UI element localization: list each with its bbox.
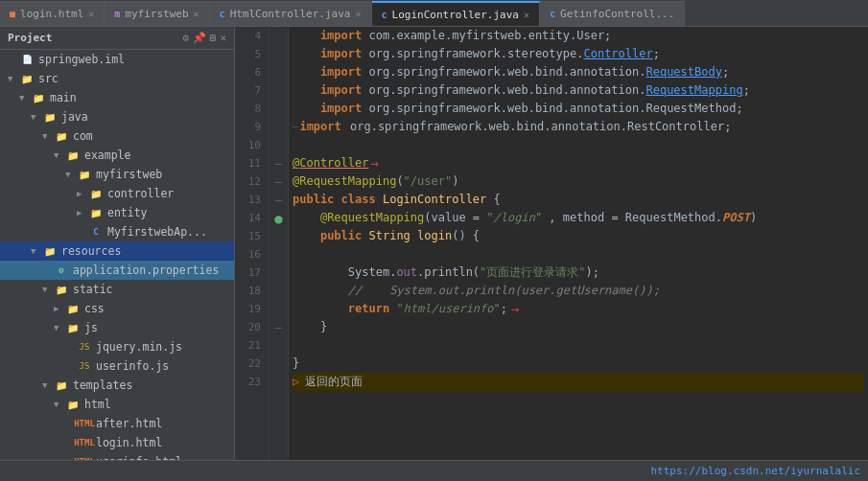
gutter-line: ● xyxy=(270,209,288,227)
string-italic: html/userinfo xyxy=(404,300,494,318)
tree-item-entity[interactable]: ▶ 📁 entity xyxy=(0,203,234,222)
gutter-line xyxy=(270,373,288,391)
gutter-fold[interactable]: — xyxy=(270,191,288,209)
tab-label: myfirstweb xyxy=(125,8,188,20)
tab-bar: ■ login.html ✕ m myfirstweb ✕ c HtmlCont… xyxy=(0,0,868,27)
tree-label: entity xyxy=(107,206,148,219)
tree-item-springweb-iml[interactable]: 📄 springweb.iml xyxy=(0,50,234,69)
tree-arrow: ▶ xyxy=(54,304,65,313)
gutter-line xyxy=(270,63,288,81)
html-file-icon: HTML xyxy=(77,417,92,430)
tree-item-myfirstwebapp[interactable]: C MyfirstwebAp... xyxy=(0,222,234,241)
code-text: org.springframework.web.bind.annotation.… xyxy=(368,100,742,118)
folder-icon: 📁 xyxy=(54,378,69,392)
tab-logincontroller[interactable]: c LoginController.java ✕ xyxy=(372,1,541,26)
html-icon: ■ xyxy=(10,9,15,19)
status-bar: https://blog.csdn.net/iyurnalalic xyxy=(0,460,868,481)
code-area[interactable]: 4 5 6 7 8 9 10 11 12 13 14 15 16 17 18 1… xyxy=(235,27,868,460)
keyword: import xyxy=(293,100,368,118)
tab-login-html[interactable]: ■ login.html ✕ xyxy=(0,1,105,26)
code-text: (value = xyxy=(424,209,486,227)
tree-item-jquery[interactable]: JS jquery.min.js xyxy=(0,337,234,356)
code-text: { xyxy=(494,191,501,209)
code-editor: 4 5 6 7 8 9 10 11 12 13 14 15 16 17 18 1… xyxy=(235,27,868,460)
code-text: } xyxy=(293,355,299,373)
tab-close-icon[interactable]: ✕ xyxy=(88,9,94,19)
tree-item-main[interactable]: ▼ 📁 main xyxy=(0,88,234,107)
code-text xyxy=(293,209,320,227)
code-text: org.springframework.web.bind.annotation. xyxy=(368,81,645,100)
pin-icon[interactable]: 📌 xyxy=(193,32,206,44)
code-content[interactable]: import com.example.myfirstweb.entity .Us… xyxy=(289,27,868,460)
tree-item-html-folder[interactable]: ▼ 📁 html xyxy=(0,395,234,414)
tree-item-application-properties[interactable]: ⚙ application.properties xyxy=(0,261,234,280)
code-line-23: ▷ 返回的页面 xyxy=(293,373,864,391)
code-line-8: import org.springframework.web.bind.anno… xyxy=(293,100,864,118)
gutter-fold[interactable]: — xyxy=(270,318,288,336)
fold-icon[interactable]: — xyxy=(293,118,297,136)
file-tree: 📄 springweb.iml ▼ 📁 src ▼ 📁 main xyxy=(0,50,234,460)
tree-item-userinfo-js[interactable]: JS userinfo.js xyxy=(0,356,234,376)
code-text: ( xyxy=(396,172,403,191)
tree-item-js[interactable]: ▼ 📁 js xyxy=(0,318,234,337)
gutter-line xyxy=(270,136,288,154)
tree-label: java xyxy=(61,110,88,124)
tab-getinfocontroller[interactable]: c GetinfoControll... xyxy=(540,1,685,26)
classname: LoginController xyxy=(383,191,494,209)
gutter-line xyxy=(270,245,288,263)
tab-close-icon[interactable]: ✕ xyxy=(355,9,361,19)
tree-item-com[interactable]: ▼ 📁 com xyxy=(0,126,234,146)
keyword: import xyxy=(293,45,368,63)
java-icon: C xyxy=(88,225,104,239)
code-line-11: @Controller → xyxy=(293,154,864,172)
code-line-12: @RequestMapping ( "/user" ) xyxy=(293,172,864,191)
gutter-line xyxy=(270,100,288,118)
sidebar-header-icons: ⚙ 📌 ⊞ ✕ xyxy=(182,32,226,44)
gutter-fold[interactable]: — xyxy=(270,172,288,191)
code-text: ; xyxy=(653,45,660,63)
folder-icon: 📁 xyxy=(19,72,35,85)
code-text: , method = RequestMethod. xyxy=(542,209,722,227)
line-num: 23 xyxy=(239,373,261,391)
line-num: 17 xyxy=(239,263,261,282)
tree-item-login-html[interactable]: HTML login.html xyxy=(0,433,234,452)
string: "页面进行登录请求" xyxy=(480,263,585,282)
code-line-19: return " html/userinfo " ; → xyxy=(293,300,864,318)
close-sidebar-icon[interactable]: ✕ xyxy=(220,32,226,44)
tab-myfirstweb[interactable]: m myfirstweb ✕ xyxy=(105,1,209,26)
gutter-line xyxy=(270,118,288,136)
tree-item-templates[interactable]: ▼ 📁 templates xyxy=(0,376,234,395)
tree-label: after.html xyxy=(96,417,162,430)
tree-item-resources[interactable]: ▼ 📁 resources xyxy=(0,241,234,261)
tree-label: com xyxy=(73,129,93,143)
code-text: ) xyxy=(750,209,757,227)
tree-item-src[interactable]: ▼ 📁 src xyxy=(0,69,234,88)
tree-arrow: ▼ xyxy=(31,246,42,256)
settings-icon[interactable]: ⚙ xyxy=(182,32,189,44)
tree-arrow: ▼ xyxy=(65,170,77,179)
tree-item-after-html[interactable]: HTML after.html xyxy=(0,414,234,433)
tree-item-java[interactable]: ▼ 📁 java xyxy=(0,107,234,126)
tree-label: main xyxy=(50,91,77,104)
layout-icon[interactable]: ⊞ xyxy=(210,32,217,44)
folder-icon: 📁 xyxy=(54,129,69,143)
gutter-line xyxy=(270,336,288,355)
gutter-fold[interactable]: — xyxy=(270,154,288,172)
tab-close-icon[interactable]: ✕ xyxy=(524,10,529,20)
tab-label: HtmlController.java xyxy=(230,8,351,20)
tree-item-static[interactable]: ▼ 📁 static xyxy=(0,280,234,299)
tab-htmlcontroller[interactable]: c HtmlController.java ✕ xyxy=(210,1,372,26)
code-line-22: } xyxy=(293,355,864,373)
comment: // System.out.println(user.getUsername()… xyxy=(293,282,660,300)
tree-item-userinfo-html[interactable]: HTML userinfo.html xyxy=(0,452,234,460)
tree-item-css[interactable]: ▶ 📁 css xyxy=(0,299,234,318)
tree-item-myfirstweb[interactable]: ▼ 📁 myfirstweb xyxy=(0,165,234,184)
tree-item-controller[interactable]: ▶ 📁 controller xyxy=(0,184,234,203)
link-text: RequestMapping xyxy=(645,81,742,100)
tab-close-icon[interactable]: ✕ xyxy=(194,9,199,19)
line-num: 7 xyxy=(239,81,261,100)
line-num: 14 xyxy=(239,209,261,227)
tree-item-example[interactable]: ▼ 📁 example xyxy=(0,146,234,165)
tree-arrow: ▼ xyxy=(8,74,19,83)
tree-label: MyfirstwebAp... xyxy=(107,225,207,239)
